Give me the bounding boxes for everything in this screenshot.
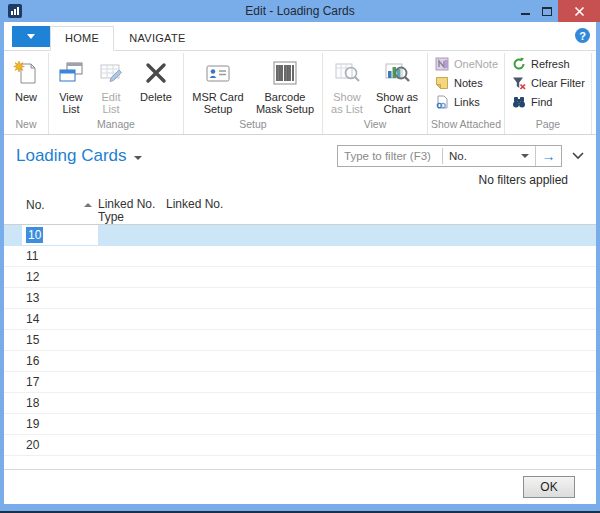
- show-as-chart-button[interactable]: Show as Chart: [369, 55, 425, 117]
- filter-box: No. →: [337, 145, 562, 167]
- maximize-button[interactable]: [536, 0, 558, 22]
- binoculars-icon: [511, 94, 527, 110]
- delete-icon: [140, 57, 172, 89]
- group-label-view: View: [325, 118, 425, 134]
- minimize-button[interactable]: [514, 0, 536, 22]
- barcode-mask-setup-button[interactable]: Barcode Mask Setup: [250, 55, 320, 117]
- title-bar: Edit - Loading Cards: [0, 0, 600, 22]
- view-list-icon: [55, 57, 87, 89]
- loading-cards-grid: No. Linked No. Type Linked No. 10 11 12 …: [4, 195, 596, 469]
- table-row[interactable]: 11: [4, 246, 596, 267]
- ribbon-group-page: Refresh Clear Filter: [505, 53, 592, 134]
- close-icon: [574, 6, 585, 17]
- filter-status: No filters applied: [4, 169, 596, 195]
- show-as-chart-icon: [381, 57, 413, 89]
- chevron-down-icon: [572, 152, 584, 160]
- grid-rows: 10 11 12 13 14 15 16 17 18 19 20: [4, 225, 596, 469]
- view-list-button[interactable]: View List: [51, 55, 91, 117]
- ribbon-group-view: Show as List: [323, 53, 428, 134]
- table-row[interactable]: 20: [4, 435, 596, 456]
- barcode-icon: [269, 57, 301, 89]
- tab-navigate[interactable]: NAVIGATE: [114, 26, 200, 51]
- table-row[interactable]: 15: [4, 330, 596, 351]
- filter-column-dropdown[interactable]: No.: [443, 146, 535, 166]
- close-button[interactable]: [558, 0, 600, 22]
- table-row[interactable]: 12: [4, 267, 596, 288]
- msr-card-icon: [202, 57, 234, 89]
- expand-filter-pane-button[interactable]: [572, 152, 584, 160]
- ribbon-group-show-attached: OneNote Notes: [428, 53, 505, 134]
- table-row[interactable]: 19: [4, 414, 596, 435]
- chevron-down-icon: [521, 154, 529, 158]
- ribbon-group-manage: View List Edit List: [49, 53, 184, 134]
- table-row-selected[interactable]: 10: [4, 225, 596, 246]
- refresh-button[interactable]: Refresh: [507, 54, 574, 73]
- application-menu-button[interactable]: [12, 26, 50, 47]
- show-as-list-button[interactable]: Show as List: [325, 55, 369, 117]
- tab-home[interactable]: HOME: [50, 26, 114, 51]
- clear-filter-button[interactable]: Clear Filter: [507, 73, 589, 92]
- window-controls: [514, 0, 600, 22]
- links-button[interactable]: Links: [430, 92, 484, 111]
- onenote-button[interactable]: OneNote: [430, 54, 502, 73]
- dialog-footer: OK: [4, 469, 596, 504]
- table-row[interactable]: 16: [4, 351, 596, 372]
- table-row[interactable]: 14: [4, 309, 596, 330]
- page-title-dropdown[interactable]: Loading Cards: [16, 146, 142, 166]
- group-label-setup: Setup: [186, 118, 320, 134]
- filter-input[interactable]: [338, 146, 442, 166]
- refresh-icon: [511, 56, 527, 72]
- sticky-note-icon: [434, 75, 450, 91]
- filter-column-value: No.: [449, 150, 521, 162]
- onenote-icon: [434, 56, 450, 72]
- page-title: Loading Cards: [16, 146, 127, 166]
- edit-list-icon: [95, 57, 127, 89]
- show-as-list-icon: [331, 57, 363, 89]
- group-label-page: Page: [507, 118, 589, 134]
- table-row[interactable]: 13: [4, 288, 596, 309]
- edit-list-button[interactable]: Edit List: [91, 55, 131, 117]
- table-row[interactable]: 18: [4, 393, 596, 414]
- group-label-new: New: [6, 118, 46, 134]
- group-label-manage: Manage: [51, 118, 181, 134]
- chevron-down-icon: [27, 34, 35, 39]
- column-header-no[interactable]: No.: [22, 198, 98, 212]
- links-icon: [434, 94, 450, 110]
- new-document-icon: [10, 57, 42, 89]
- apply-filter-button[interactable]: →: [535, 146, 561, 166]
- sort-ascending-icon: [84, 203, 92, 207]
- ribbon-tab-row: HOME NAVIGATE ?: [4, 22, 596, 51]
- app-body: HOME NAVIGATE ? Ne: [4, 22, 596, 504]
- grid-header-row: No. Linked No. Type Linked No.: [4, 195, 596, 225]
- ribbon-group-new: New New: [4, 53, 49, 134]
- msr-card-setup-button[interactable]: MSR Card Setup: [186, 55, 250, 117]
- ribbon: New New: [4, 51, 596, 135]
- cell-no-edit[interactable]: 10: [22, 225, 98, 245]
- arrow-right-icon: →: [542, 148, 556, 164]
- clear-filter-icon: [511, 75, 527, 91]
- column-header-linked-no-type[interactable]: Linked No. Type: [98, 198, 166, 224]
- group-label-show-attached: Show Attached: [430, 118, 502, 134]
- ribbon-group-setup: MSR Card Setup Barcode Mask Setup: [184, 53, 323, 134]
- find-button[interactable]: Find: [507, 92, 556, 111]
- column-header-linked-no[interactable]: Linked No.: [166, 198, 256, 211]
- page-header: Loading Cards No. →: [4, 135, 596, 169]
- ok-button[interactable]: OK: [523, 476, 575, 498]
- help-icon[interactable]: ?: [575, 28, 590, 43]
- new-button[interactable]: New: [6, 55, 46, 105]
- window-title: Edit - Loading Cards: [0, 4, 600, 18]
- chevron-down-icon: [134, 156, 142, 160]
- edit-loading-cards-window: Edit - Loading Cards HOME NAVIGATE ?: [0, 0, 600, 513]
- table-row[interactable]: 17: [4, 372, 596, 393]
- notes-button[interactable]: Notes: [430, 73, 487, 92]
- delete-button[interactable]: Delete: [131, 55, 181, 105]
